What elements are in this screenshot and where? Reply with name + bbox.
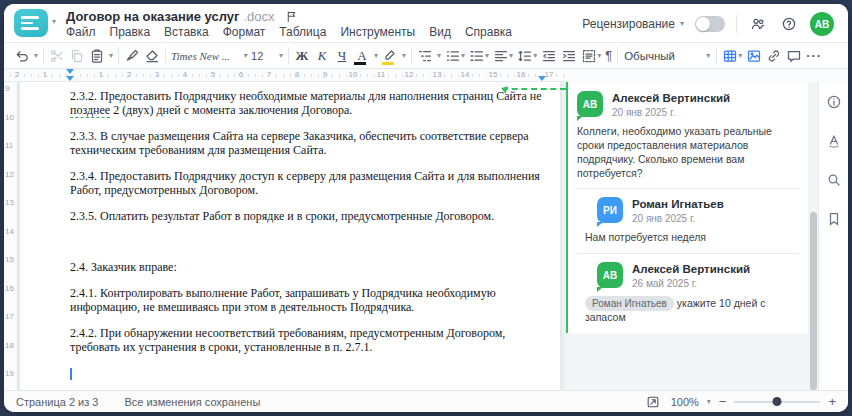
comment-reply[interactable]: АВ Алексей Вертинский 26 май 2025 г. Ром… (577, 262, 798, 325)
logo-menu-caret-icon[interactable]: ▾ (52, 18, 56, 26)
italic-button[interactable]: К (312, 45, 332, 67)
review-mode-dropdown[interactable]: Рецензирование▾ (582, 17, 684, 31)
status-bar: Страница 2 из 3 Все изменения сохранены … (4, 390, 848, 412)
font-color-button[interactable]: А (352, 45, 372, 67)
spellcheck-icon[interactable] (824, 131, 844, 151)
commented-text[interactable]: позднее (70, 103, 110, 118)
bullet-list-button[interactable]: ▾ (443, 45, 467, 67)
comments-panel: АВ Алексей Вертинский 20 янв 2025 г. Кол… (566, 82, 808, 390)
zoom-value[interactable]: 100% (671, 396, 699, 408)
menu-table[interactable]: Таблица (279, 25, 326, 39)
zoom-slider[interactable] (734, 401, 820, 403)
left-indent-marker[interactable] (66, 76, 74, 81)
zoom-slider-handle[interactable] (773, 397, 782, 406)
cursor-line[interactable] (70, 367, 542, 381)
paragraph-settings-button[interactable]: ▾ (579, 45, 603, 67)
format-painter-icon[interactable] (122, 45, 142, 67)
comment-text: Роман Игнатьев укажите 10 дней с запасом (585, 296, 798, 325)
image-icon[interactable] (744, 45, 764, 67)
numbered-list-button[interactable]: ▾ (467, 45, 491, 67)
review-mode-label: Рецензирование (582, 17, 675, 31)
user-avatar[interactable]: АВ (810, 12, 834, 36)
app-logo[interactable] (14, 9, 48, 37)
more-tools-button[interactable]: ··· (804, 45, 824, 67)
paragraph-2-3-4[interactable]: 2.3.4. Предоставить Подрядчику доступ к … (70, 170, 542, 197)
undo-button[interactable] (12, 45, 32, 67)
app-window-frame: ▾ Договор на оказание услуг.docx Файл Пр… (0, 0, 852, 416)
comment-icon[interactable] (784, 45, 804, 67)
font-name-select[interactable]: Times New ...▾ (169, 46, 249, 66)
review-toggle[interactable] (695, 16, 725, 32)
menu-format[interactable]: Формат (223, 25, 266, 39)
right-indent-marker[interactable] (538, 76, 546, 81)
font-size-select[interactable]: 12▾ (249, 46, 285, 66)
help-icon[interactable] (779, 14, 799, 34)
menu-view[interactable]: Вид (429, 25, 451, 39)
highlight-button[interactable] (380, 45, 400, 67)
scrollbar-thumb[interactable] (810, 212, 817, 390)
page-indicator[interactable]: Страница 2 из 3 (16, 396, 98, 408)
highlight-caret[interactable]: ▾ (400, 45, 408, 67)
clear-formatting-icon[interactable] (142, 45, 162, 67)
align-left-button[interactable]: ▾ (491, 45, 515, 67)
mention-pill[interactable]: Роман Игнатьев (585, 296, 674, 311)
info-icon[interactable] (824, 92, 844, 112)
menu-insert[interactable]: Вставка (164, 25, 209, 39)
menu-edit[interactable]: Правка (110, 25, 151, 39)
comment-author: Роман Игнатьев (632, 197, 724, 211)
menu-tools[interactable]: Инструменты (340, 25, 415, 39)
horizontal-ruler: 21123456789101112131415161718 (4, 69, 566, 82)
paste-menu-caret[interactable]: ▾ (107, 45, 115, 67)
font-name-value: Times New ... (171, 50, 230, 62)
bookmark-icon[interactable] (824, 209, 844, 229)
menu-file[interactable]: Файл (66, 25, 96, 39)
menu-help[interactable]: Справка (465, 25, 512, 39)
show-paragraph-marks-button[interactable]: ¶ (603, 45, 614, 67)
copy-button[interactable] (67, 45, 87, 67)
comment-reply[interactable]: РИ Роман Игнатьев 20 янв 2025 г. Нам пот… (577, 197, 798, 245)
line-spacing-button[interactable]: ▾ (515, 45, 539, 67)
ruler-row: 21123456789101112131415161718 (4, 69, 848, 82)
comment-divider (577, 253, 798, 254)
paragraph-2-3-5[interactable]: 2.3.5. Оплатить результат Работ в порядк… (70, 210, 542, 224)
menu-bar: Файл Правка Вставка Формат Таблица Инстр… (66, 25, 512, 39)
fit-page-icon[interactable] (643, 392, 663, 412)
paragraph-style-select[interactable]: Обычный▾ (621, 46, 713, 66)
vertical-ruler: 91011121314151617181920 (4, 82, 18, 390)
zoom-caret-icon[interactable]: ▾ (707, 398, 711, 406)
save-status: Все изменения сохранены (124, 396, 260, 408)
paste-button[interactable] (87, 45, 107, 67)
zoom-out-button[interactable]: − (719, 395, 727, 408)
table-icon[interactable]: ▾ (720, 45, 744, 67)
comment-item[interactable]: АВ Алексей Вертинский 20 янв 2025 г. Кол… (577, 91, 798, 180)
people-icon[interactable] (748, 14, 768, 34)
comment-text: Коллеги, необходимо указать реальные сро… (577, 125, 798, 180)
chevron-down-icon: ▾ (680, 20, 684, 28)
comment-thread[interactable]: АВ Алексей Вертинский 20 янв 2025 г. Кол… (566, 82, 808, 333)
search-icon[interactable] (824, 170, 844, 190)
multilevel-list-button[interactable] (415, 45, 435, 67)
comment-author: Алексей Вертинский (612, 91, 730, 105)
first-line-indent-marker[interactable] (66, 69, 74, 74)
decrease-indent-button[interactable] (539, 45, 559, 67)
link-icon[interactable] (764, 45, 784, 67)
paragraph-2-4-2[interactable]: 2.4.2. При обнаружении несоответствий тр… (70, 327, 542, 354)
undo-menu-caret[interactable]: ▾ (32, 45, 40, 67)
comment-avatar: РИ (597, 197, 623, 223)
increase-indent-button[interactable] (559, 45, 579, 67)
header-divider (736, 15, 737, 33)
underline-button[interactable]: Ч (332, 45, 352, 67)
flag-icon[interactable] (285, 10, 298, 23)
cut-button[interactable] (47, 45, 67, 67)
paragraph-2-4-1[interactable]: 2.4.1. Контролировать выполнение Работ, … (70, 287, 542, 314)
document-text[interactable]: 2.3.2. Предоставить Подрядчику необходим… (70, 90, 542, 390)
font-color-caret[interactable]: ▾ (372, 45, 380, 67)
bold-button[interactable]: Ж (292, 45, 312, 67)
paragraph-2-4[interactable]: 2.4. Заказчик вправе: (70, 261, 542, 275)
document-page[interactable]: 2.3.2. Предоставить Подрядчику необходим… (20, 82, 560, 390)
style-value: Обычный (624, 50, 675, 62)
zoom-in-button[interactable]: + (828, 395, 836, 408)
multilevel-list-caret[interactable]: ▾ (435, 45, 443, 67)
paragraph-2-3-2[interactable]: 2.3.2. Предоставить Подрядчику необходим… (70, 90, 542, 117)
paragraph-2-3-3[interactable]: 2.3.3. В случае размещения Сайта на серв… (70, 130, 542, 157)
